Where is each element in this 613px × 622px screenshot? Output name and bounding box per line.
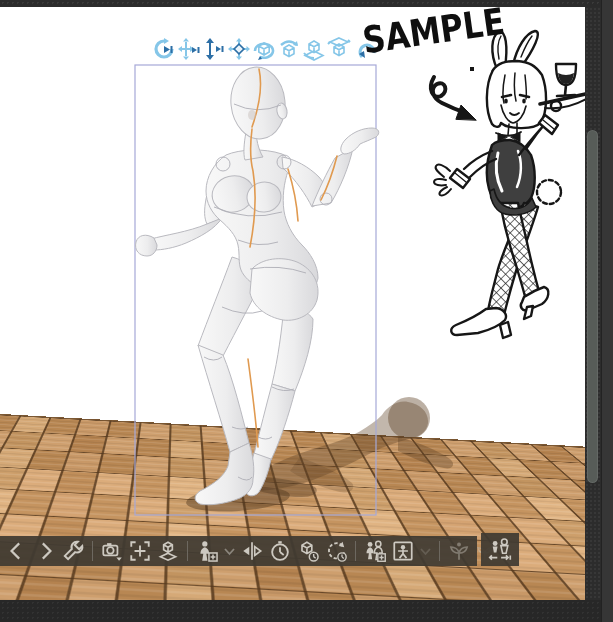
reset-object-pose-button[interactable] bbox=[296, 539, 320, 563]
fit-to-view-button[interactable] bbox=[128, 539, 152, 563]
mirror-pose-button[interactable] bbox=[240, 539, 264, 563]
3d-viewport[interactable]: SAMPLE bbox=[0, 7, 585, 600]
move-object-icon[interactable] bbox=[227, 37, 251, 61]
scrollbar-thumb[interactable] bbox=[587, 130, 598, 483]
bunny-sketch bbox=[431, 31, 585, 338]
pan-camera-icon[interactable] bbox=[177, 37, 201, 61]
right-frame-bar bbox=[601, 0, 613, 622]
rotate-object-icon[interactable] bbox=[252, 37, 276, 61]
adjust-body-shape-button[interactable] bbox=[481, 533, 519, 566]
toolbar-divider bbox=[355, 541, 356, 561]
adjust-body-shape-icon bbox=[487, 537, 513, 563]
reset-rotation-button[interactable] bbox=[324, 539, 348, 563]
add-figure-button[interactable] bbox=[195, 539, 219, 563]
next-button[interactable] bbox=[33, 539, 57, 563]
toolbar-divider bbox=[92, 541, 93, 561]
toolbar-divider bbox=[439, 541, 440, 561]
settings-wrench-button[interactable] bbox=[61, 539, 85, 563]
rotate-camera-icon[interactable] bbox=[152, 37, 176, 61]
ground-object-button[interactable] bbox=[156, 539, 180, 563]
pose-in-frame-dropdown[interactable] bbox=[419, 539, 432, 563]
toolbar-divider bbox=[187, 541, 188, 561]
camera-angle-button[interactable] bbox=[100, 539, 124, 563]
pose-mannequin[interactable] bbox=[136, 64, 379, 504]
rotate-object-plane-icon[interactable] bbox=[302, 37, 326, 61]
previous-button[interactable] bbox=[5, 539, 29, 563]
top-frame-bar bbox=[0, 0, 613, 7]
scrollbar-track[interactable] bbox=[585, 7, 601, 600]
object-toolbar bbox=[0, 536, 477, 566]
add-people-button[interactable] bbox=[363, 539, 387, 563]
rotate-object-axis-icon[interactable] bbox=[277, 37, 301, 61]
bottom-frame-bar bbox=[0, 600, 613, 622]
app-window: SAMPLE bbox=[0, 0, 613, 622]
reset-pose-timer-button[interactable] bbox=[268, 539, 292, 563]
object-launcher-toolbar bbox=[152, 37, 380, 61]
pose-in-frame-button[interactable] bbox=[391, 539, 415, 563]
scene-layer bbox=[0, 14, 585, 600]
zoom-camera-icon[interactable] bbox=[202, 37, 226, 61]
add-figure-dropdown[interactable] bbox=[223, 539, 236, 563]
move-object-plane-icon[interactable] bbox=[327, 37, 351, 61]
edit-mesh-button[interactable] bbox=[447, 539, 471, 563]
